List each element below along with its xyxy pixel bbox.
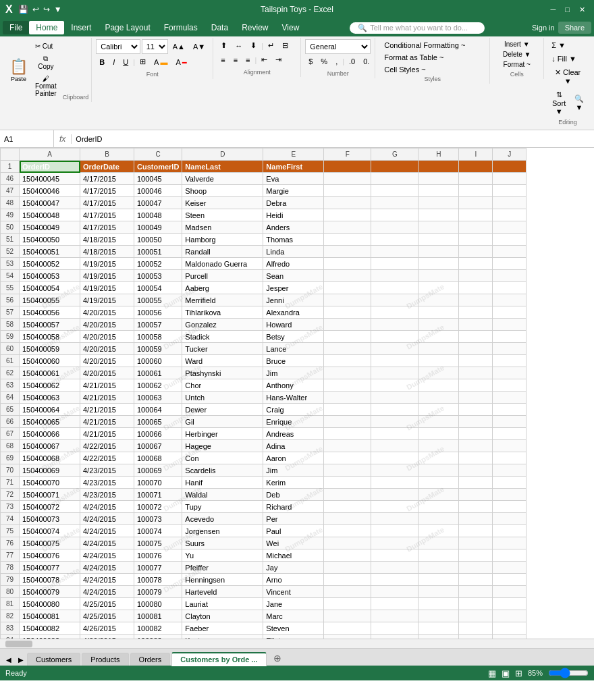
- cell-f-74[interactable]: [324, 513, 371, 525]
- cell-e-83[interactable]: Steven: [263, 622, 324, 635]
- col-header-j[interactable]: J: [493, 149, 526, 161]
- cell-e-73[interactable]: Richard: [263, 501, 324, 513]
- cell-g-83[interactable]: [371, 622, 418, 635]
- format-cells-button[interactable]: Format ~: [493, 59, 541, 70]
- cell-g-73[interactable]: [371, 501, 418, 513]
- cell-i-79[interactable]: [459, 574, 493, 586]
- cell-e-53[interactable]: Alfredo: [263, 258, 324, 270]
- cell-i-78[interactable]: [459, 562, 493, 574]
- cell-a-57[interactable]: 150400056: [20, 306, 80, 319]
- normal-view-button[interactable]: ▦: [488, 668, 496, 678]
- cell-c-51[interactable]: 100050: [134, 234, 182, 246]
- row-num-70[interactable]: 70: [1, 464, 20, 477]
- row-num-72[interactable]: 72: [1, 489, 20, 501]
- cell-a-82[interactable]: 150400081: [20, 610, 80, 622]
- cell-a-84[interactable]: 150400083: [20, 635, 80, 639]
- quick-access-dropdown[interactable]: ▼: [53, 3, 63, 16]
- cell-g-58[interactable]: [371, 319, 418, 331]
- cell-j-64[interactable]: [493, 392, 526, 404]
- decrease-indent-button[interactable]: ⇤: [258, 53, 271, 66]
- delete-cells-button[interactable]: Delete ▼: [493, 49, 541, 59]
- cell-g-59[interactable]: [371, 331, 418, 343]
- row-num-51[interactable]: 51: [1, 234, 20, 246]
- cell-styles-button[interactable]: Cell Styles ~: [379, 63, 485, 76]
- cell-c-80[interactable]: 100079: [134, 586, 182, 598]
- cell-e-75[interactable]: Paul: [263, 525, 324, 537]
- cell-j-77[interactable]: [493, 549, 526, 562]
- row-num-64[interactable]: 64: [1, 392, 20, 404]
- cell-e-62[interactable]: Jim: [263, 367, 324, 379]
- increase-decimal-button[interactable]: .0: [346, 55, 358, 68]
- cell-c-79[interactable]: 100078: [134, 574, 182, 586]
- cell-e-61[interactable]: Bruce: [263, 355, 324, 367]
- cell-j-76[interactable]: [493, 537, 526, 549]
- cell-d-72[interactable]: Waldal: [182, 489, 263, 501]
- menu-data[interactable]: Data: [205, 21, 235, 34]
- cell-e-82[interactable]: Marc: [263, 610, 324, 622]
- cell-i-72[interactable]: [459, 489, 493, 501]
- cell-f-46[interactable]: [324, 173, 371, 185]
- cell-e-48[interactable]: Debra: [263, 197, 324, 209]
- sheet-tab-products[interactable]: Products: [82, 653, 128, 666]
- formula-input[interactable]: OrderID: [72, 135, 594, 143]
- cell-g-74[interactable]: [371, 513, 418, 525]
- cell-e-56[interactable]: Jenni: [263, 294, 324, 306]
- menu-home[interactable]: Home: [29, 21, 64, 34]
- row-num-52[interactable]: 52: [1, 246, 20, 258]
- cell-i-55[interactable]: [459, 282, 493, 294]
- row-num-68[interactable]: 68: [1, 440, 20, 452]
- cell-b-56[interactable]: 4/19/2015: [80, 294, 134, 306]
- col-header-f[interactable]: F: [324, 149, 371, 161]
- cell-j-81[interactable]: [493, 598, 526, 610]
- cell-j-59[interactable]: [493, 331, 526, 343]
- cell-j-54[interactable]: [493, 270, 526, 282]
- col-header-h[interactable]: H: [418, 149, 459, 161]
- cell-a-79[interactable]: 150400078: [20, 574, 80, 586]
- cell-c-63[interactable]: 100062: [134, 379, 182, 392]
- cell-i-57[interactable]: [459, 306, 493, 319]
- row-num-73[interactable]: 73: [1, 501, 20, 513]
- cell-c-84[interactable]: 100083: [134, 635, 182, 639]
- find-select-button[interactable]: 🔍 ▼: [571, 88, 587, 117]
- comma-button[interactable]: ,: [332, 55, 341, 68]
- cell-a1[interactable]: OrderID: [20, 161, 80, 173]
- cell-h-55[interactable]: [418, 282, 459, 294]
- row-num-54[interactable]: 54: [1, 270, 20, 282]
- cell-h-76[interactable]: [418, 537, 459, 549]
- cell-b-79[interactable]: 4/24/2015: [80, 574, 134, 586]
- cell-c-66[interactable]: 100065: [134, 416, 182, 428]
- cell-h-68[interactable]: [418, 440, 459, 452]
- cell-e-57[interactable]: Alexandra: [263, 306, 324, 319]
- cell-a-83[interactable]: 150400082: [20, 622, 80, 635]
- cell-d-58[interactable]: Gonzalez: [182, 319, 263, 331]
- cell-e-47[interactable]: Margie: [263, 185, 324, 197]
- cell-h-48[interactable]: [418, 197, 459, 209]
- cell-d-63[interactable]: Chor: [182, 379, 263, 392]
- cell-f-48[interactable]: [324, 197, 371, 209]
- cell-c-49[interactable]: 100048: [134, 209, 182, 221]
- menu-insert[interactable]: Insert: [64, 21, 98, 34]
- cell-b-80[interactable]: 4/24/2015: [80, 586, 134, 598]
- cell-f-82[interactable]: [324, 610, 371, 622]
- cell-e-68[interactable]: Adina: [263, 440, 324, 452]
- decrease-font-button[interactable]: A▼: [190, 41, 209, 53]
- cell-h-79[interactable]: [418, 574, 459, 586]
- row-num-46[interactable]: 46: [1, 173, 20, 185]
- cell-e-46[interactable]: Eva: [263, 173, 324, 185]
- cell-e-66[interactable]: Enrique: [263, 416, 324, 428]
- cell-d1[interactable]: NameLast: [182, 161, 263, 173]
- cell-j-69[interactable]: [493, 452, 526, 464]
- cell-e-81[interactable]: Jane: [263, 598, 324, 610]
- row-num-80[interactable]: 80: [1, 586, 20, 598]
- cell-j-62[interactable]: [493, 367, 526, 379]
- percent-button[interactable]: %: [317, 55, 331, 68]
- cell-g-66[interactable]: [371, 416, 418, 428]
- cell-d-61[interactable]: Ward: [182, 355, 263, 367]
- cell-b-58[interactable]: 4/20/2015: [80, 319, 134, 331]
- cell-a-80[interactable]: 150400079: [20, 586, 80, 598]
- cell-e-49[interactable]: Heidi: [263, 209, 324, 221]
- cell-h-75[interactable]: [418, 525, 459, 537]
- currency-button[interactable]: $: [305, 55, 316, 68]
- add-sheet-button[interactable]: ⊕: [268, 651, 287, 666]
- cell-c-57[interactable]: 100056: [134, 306, 182, 319]
